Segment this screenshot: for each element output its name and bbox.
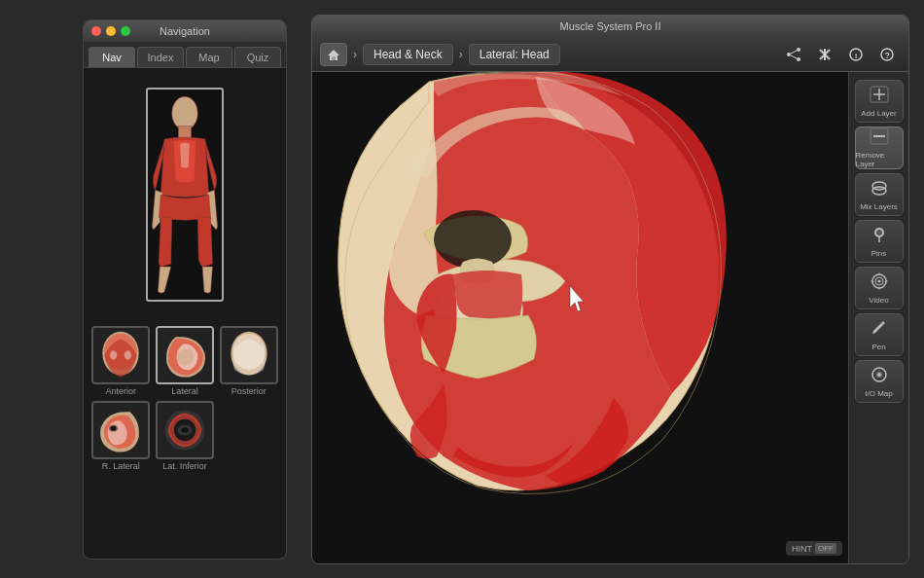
svg-text:i: i bbox=[855, 52, 857, 60]
view-thumb-anterior[interactable]: Anterior bbox=[91, 326, 151, 396]
svg-point-46 bbox=[876, 230, 882, 235]
pins-button[interactable]: Pins bbox=[855, 220, 904, 263]
add-layer-button[interactable]: Add Layer bbox=[855, 80, 904, 123]
share-button[interactable] bbox=[780, 43, 807, 66]
view-thumb-lat-inferior[interactable]: Lat. Inferior bbox=[156, 401, 215, 471]
pins-icon bbox=[870, 226, 889, 247]
hint-badge[interactable]: HINT OFF bbox=[786, 541, 842, 556]
svg-point-1 bbox=[172, 96, 198, 129]
svg-line-26 bbox=[791, 55, 797, 58]
lateral-label: Lateral bbox=[171, 386, 198, 396]
nav-tabs: Nav Index Map Quiz bbox=[84, 42, 286, 68]
svg-point-58 bbox=[877, 373, 880, 376]
svg-point-22 bbox=[797, 48, 800, 52]
r-lateral-label: R. Lateral bbox=[102, 461, 140, 471]
svg-point-23 bbox=[797, 57, 800, 61]
remove-layer-button[interactable]: Remove Layer bbox=[855, 126, 904, 169]
io-map-icon bbox=[870, 366, 889, 387]
traffic-lights bbox=[91, 26, 130, 36]
posterior-thumbnail[interactable] bbox=[220, 326, 278, 384]
video-button[interactable]: Video bbox=[855, 267, 904, 309]
home-button[interactable] bbox=[320, 43, 347, 66]
hint-label: HINT bbox=[792, 544, 812, 554]
mix-layers-icon bbox=[870, 179, 889, 200]
mix-layers-label: Mix Layers bbox=[860, 202, 898, 211]
nav-panel: Navigation Nav Index Map Quiz bbox=[83, 19, 287, 560]
view-thumb-posterior[interactable]: Posterior bbox=[219, 326, 278, 396]
video-icon bbox=[870, 272, 889, 294]
svg-point-14 bbox=[111, 426, 117, 431]
remove-layer-label: Remove Layer bbox=[856, 151, 903, 168]
tab-quiz[interactable]: Quiz bbox=[234, 47, 281, 67]
r-lateral-thumbnail[interactable] bbox=[91, 401, 150, 459]
close-button[interactable] bbox=[91, 26, 101, 36]
main-titlebar: Muscle System Pro II bbox=[312, 16, 908, 37]
content-area: Add Layer Remove Layer bbox=[312, 72, 908, 563]
chevron-2-icon: › bbox=[459, 48, 463, 61]
svg-point-43 bbox=[872, 187, 886, 195]
anterior-label: Anterior bbox=[106, 386, 137, 396]
breadcrumb-head-neck[interactable]: Head & Neck bbox=[363, 44, 453, 65]
help-button[interactable]: ? bbox=[873, 43, 901, 66]
minimize-button[interactable] bbox=[106, 26, 116, 36]
tools-button[interactable] bbox=[811, 43, 838, 66]
mix-layers-button[interactable]: Mix Layers bbox=[855, 173, 904, 216]
svg-text:?: ? bbox=[885, 51, 891, 60]
pins-label: Pins bbox=[871, 249, 887, 258]
posterior-label: Posterior bbox=[231, 386, 267, 396]
svg-point-20 bbox=[181, 427, 188, 433]
view-thumb-empty bbox=[219, 401, 278, 471]
lateral-thumbnail[interactable] bbox=[156, 326, 214, 384]
info-button[interactable]: i bbox=[842, 43, 870, 66]
nav-body-container bbox=[84, 68, 286, 321]
main-window-title: Muscle System Pro II bbox=[560, 20, 661, 32]
pen-button[interactable]: Pen bbox=[855, 313, 904, 356]
chevron-1-icon: › bbox=[353, 48, 357, 61]
maximize-button[interactable] bbox=[121, 26, 130, 36]
svg-point-7 bbox=[124, 350, 131, 359]
body-thumbnail[interactable] bbox=[146, 88, 224, 302]
tab-map[interactable]: Map bbox=[186, 47, 232, 67]
io-map-button[interactable]: I/O Map bbox=[855, 360, 904, 403]
tools-sidebar: Add Layer Remove Layer bbox=[848, 72, 908, 563]
hint-status: OFF bbox=[815, 543, 836, 554]
view-thumb-r-lateral[interactable]: R. Lateral bbox=[91, 401, 151, 471]
head-3d-view[interactable] bbox=[312, 72, 850, 563]
anterior-thumbnail[interactable] bbox=[91, 326, 150, 384]
tab-nav[interactable]: Nav bbox=[89, 47, 135, 67]
svg-point-6 bbox=[110, 350, 117, 359]
main-window: Muscle System Pro II › Head & Neck › Lat… bbox=[311, 15, 909, 564]
svg-point-50 bbox=[877, 279, 880, 282]
svg-rect-21 bbox=[332, 56, 336, 60]
remove-layer-icon bbox=[870, 127, 889, 149]
add-layer-icon bbox=[870, 86, 889, 107]
view-thumbnails: Anterior Lateral bbox=[84, 321, 286, 401]
view-thumb-lateral[interactable]: Lateral bbox=[156, 326, 215, 396]
nav-titlebar: Navigation bbox=[84, 20, 286, 42]
svg-point-24 bbox=[787, 53, 791, 56]
svg-line-25 bbox=[791, 51, 797, 54]
main-toolbar: › Head & Neck › Lateral: Head i bbox=[312, 37, 908, 72]
view-thumbnails-bottom: R. Lateral Lat. Inferior bbox=[84, 401, 286, 476]
pen-icon bbox=[870, 319, 889, 341]
lat-inferior-thumbnail[interactable] bbox=[156, 401, 214, 459]
breadcrumb-lateral-head[interactable]: Lateral: Head bbox=[469, 44, 560, 65]
add-layer-label: Add Layer bbox=[861, 109, 896, 118]
pen-label: Pen bbox=[871, 343, 885, 351]
lat-inferior-label: Lat. Inferior bbox=[162, 461, 207, 471]
video-label: Video bbox=[869, 296, 888, 305]
nav-panel-title: Navigation bbox=[160, 25, 210, 37]
io-map-label: I/O Map bbox=[865, 389, 892, 398]
tab-index[interactable]: Index bbox=[137, 47, 184, 67]
